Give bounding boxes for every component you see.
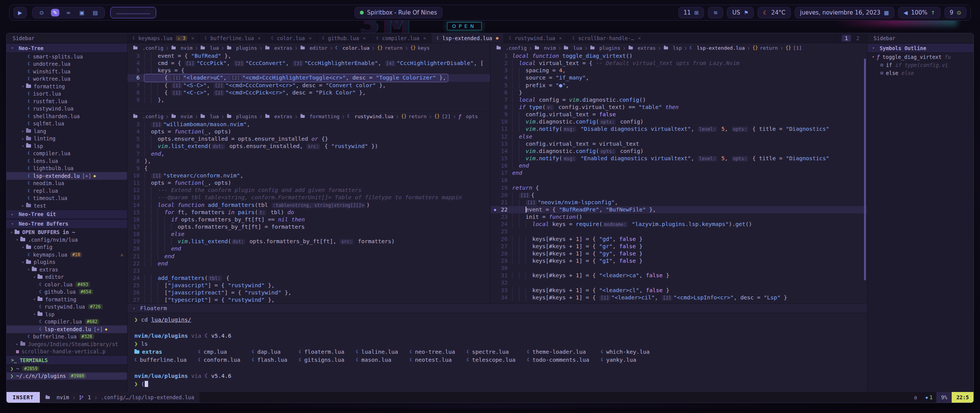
close-icon[interactable]: ×	[559, 35, 562, 41]
code-line[interactable]: 15▏ ▏ ▏ for ft, formatters in pairs(t: t…	[127, 209, 490, 216]
file-tree-item[interactable]: ☾worktree.lua	[7, 75, 127, 83]
tab-scrollbar-handle-[interactable]: ☾scrollbar-handle-…×	[567, 33, 646, 43]
close-icon[interactable]: ×	[363, 35, 366, 41]
breadcrumb-segment[interactable]: extras	[265, 45, 292, 51]
close-icon[interactable]: ×	[258, 35, 261, 41]
code-line[interactable]: 12▏ else	[491, 133, 867, 140]
breadcrumb-segment[interactable]: plugins	[227, 114, 257, 119]
code-line[interactable]: 7▏ local config = vim.diagnostic.config(…	[491, 96, 867, 104]
launcher-button[interactable]: ▶	[13, 7, 27, 18]
code-line[interactable]: 31▏ ▏ ▏ keys[#keys + 1] = { "<leader>ca"…	[491, 272, 867, 279]
code-line[interactable]: 24▏ ▏ add_formatters(tbl: {	[127, 275, 490, 282]
file-tree-item[interactable]: ☾shellharden.lua	[7, 112, 127, 120]
code-line[interactable]: 9▏ ▏ },	[127, 96, 490, 104]
breadcrumb-segment[interactable]: lua	[564, 45, 582, 51]
code-line[interactable]: 23	[127, 267, 490, 275]
code-line[interactable]: 7▏ end,	[127, 150, 490, 158]
code-line[interactable]: 6▏ }	[491, 89, 867, 96]
code-line[interactable]: 10▏ ▏ vim.diagnostic.config(opts: config…	[491, 118, 867, 125]
code-line[interactable]: 8},	[127, 158, 490, 165]
code-line[interactable]: 13▏ ▏ config.virtual_text = virtual_text	[491, 140, 867, 148]
code-line[interactable]: 18▏ ▏ ▏ ▏ else	[127, 231, 490, 238]
symbol-item[interactable]: ⊡ifif type(config.vi	[867, 61, 973, 69]
buffer-tree-item[interactable]: ▾lsp	[7, 311, 127, 318]
code-line[interactable]: 6▏ ▏ ▏ { [1]"<leader>uC", [2]"<cmd>CccHi…	[127, 74, 490, 81]
breadcrumb-segment[interactable]: {}return	[401, 114, 426, 119]
buffer-tree-item[interactable]: ▸Juegos/Indies/SteamLibrary/st	[7, 340, 127, 348]
window-title-pill[interactable]	[110, 7, 156, 18]
breadcrumb-segment[interactable]: ☾rustywind.lua	[347, 114, 394, 119]
file-tree-item[interactable]: ▸lang	[7, 127, 127, 135]
breadcrumb-segment[interactable]: {}[2]	[434, 114, 451, 119]
code-line[interactable]: 26▏ ▏ ▏ ["javascriptreact"] = { "rustywi…	[127, 289, 490, 296]
code-line[interactable]: 12▏ ▏ --- Extend the conform plugin conf…	[127, 187, 490, 194]
tabpage-2[interactable]: 2	[853, 35, 862, 42]
tab-rustywind-lua[interactable]: ☾rustywind.lua×	[504, 33, 567, 43]
terminal-item[interactable]: ❯~/.c/n/l/plugins#3980	[7, 372, 127, 380]
code-line[interactable]: 26▏ ▏ ▏ keys[#keys + 1] = { "gd", false …	[491, 236, 867, 243]
editor-pane-lsp-extended-lua[interactable]: .config❯nvim❯lua❯plugins❯extras❯lsp❯☾lsp…	[491, 43, 867, 304]
breadcrumb-segment[interactable]: lsp	[663, 45, 682, 51]
code-line[interactable]: 19▏ ▏ ▏ ▏ ▏ vim.list_extend(dst: opts.fo…	[127, 238, 490, 245]
file-tree-item[interactable]: ☾lsp-extended.lu[+]●	[7, 172, 127, 180]
code-line[interactable]: 13▏ ▏ ---@param tbl table<string, confor…	[127, 194, 490, 201]
code-line[interactable]: 22▏ ▏ end	[127, 260, 490, 267]
code-line[interactable]: 7▏ ▏ ▏ { [1]"<S-C>", [2]"<cmd>CccConvert…	[127, 82, 490, 89]
file-icon[interactable]: ▤	[91, 10, 100, 16]
code-line[interactable]: 29▏ ▏ ▏ keys[#keys + 1] = { "gI", false …	[491, 257, 867, 265]
tab-lsp-extended-lua[interactable]: ☾lsp-extended.lua●	[431, 33, 504, 43]
floaterm-header[interactable]: ▾Floaterm	[127, 304, 867, 313]
buffer-tree-item[interactable]: ☾lsp-extended.lu[+]●	[7, 325, 127, 333]
code-line[interactable]: 6▏ ▏ vim.list_extend(dst: opts.ensure_in…	[127, 143, 490, 150]
tab-bufferline-lua[interactable]: ☾bufferline.lua×	[199, 33, 266, 43]
updates-pill[interactable]: 9⊙	[944, 7, 967, 18]
neotree-git-header[interactable]: ▸Neo-Tree Git	[7, 210, 127, 219]
file-tree-item[interactable]: ▾lsp	[7, 142, 127, 150]
file-tree-item[interactable]: ☾timeout.lua	[7, 195, 127, 202]
breadcrumb-segment[interactable]: extras	[265, 114, 292, 119]
breadcrumb-segment[interactable]: nvim	[534, 45, 556, 51]
buffer-tree-item[interactable]: ☾rustywind.lua#726	[7, 303, 127, 311]
file-tree-item[interactable]: ☾isort.lua	[7, 90, 127, 98]
breadcrumb-segment[interactable]: ☾lsp-extended.lua	[689, 45, 745, 51]
code-line[interactable]: 27▏ ▏ ▏ keys[#keys + 1] = { "gr", false …	[491, 243, 867, 250]
buffer-tree-item[interactable]: ☾bufferline.lua#328	[7, 333, 127, 341]
scrollbar-handle[interactable]	[864, 59, 866, 280]
code-line[interactable]: 16▏ end	[491, 162, 867, 169]
file-tree-item[interactable]: ▸linting	[7, 135, 127, 143]
keyboard-layout-pill[interactable]: US⚑	[727, 7, 754, 18]
file-tree-item[interactable]: ☾undotree.lua	[7, 60, 127, 68]
breadcrumb-segment[interactable]: .config	[133, 114, 163, 119]
buffer-tree-item[interactable]: ▾plugins	[7, 259, 127, 266]
buffer-tree-item[interactable]: ☾github.lua#654	[7, 288, 127, 296]
file-tree-item[interactable]: ☾compiler.lua	[7, 150, 127, 158]
window-count-pill[interactable]: 11⊞	[678, 7, 704, 18]
code-line[interactable]: 32	[491, 279, 867, 286]
file-tree-item[interactable]: ☾rustfmt.lua	[7, 98, 127, 105]
code-line[interactable]: 3▏ [1]"williamboman/mason.nvim",	[127, 121, 490, 128]
breadcrumb-segment[interactable]: editor	[300, 45, 328, 51]
file-tree-item[interactable]: ▸test	[7, 202, 127, 210]
pen-icon[interactable]: ✎	[51, 9, 59, 16]
network-indicator-pill[interactable]: ≋	[708, 7, 723, 18]
code-line[interactable]: 14▏ ▏ vim.diagnostic.config(opts: config…	[491, 148, 867, 155]
code-line[interactable]: 14▏ ▏ local function add_formatters(tbl …	[127, 202, 490, 209]
buffer-tree-item[interactable]: ☾color.lua#493	[7, 281, 127, 288]
code-line[interactable]: 19return {	[491, 184, 867, 192]
clock-date-pill[interactable]: jueves, noviembre 16, 2023▦	[795, 7, 894, 18]
close-icon[interactable]: ×	[191, 35, 194, 41]
code-line[interactable]: 30	[491, 265, 867, 272]
code-line[interactable]: 34▏ ▏ ▏ keys[#keys + 1] = { [1]"<leader>…	[491, 294, 867, 301]
symbols-outline-header[interactable]: ▾Symbols Outline	[867, 43, 973, 53]
code-line[interactable]: 4▏ opts = function(_, opts)	[127, 128, 490, 135]
buffer-tree-item[interactable]: ▾config	[7, 244, 127, 251]
code-line[interactable]: 1local function toggle_diag_virtext()	[491, 52, 867, 60]
file-tree-item[interactable]: ☾lens.lua	[7, 157, 127, 165]
breadcrumb-segment[interactable]: {}keys	[410, 45, 430, 51]
tab-color-lua[interactable]: ☾color.lua×	[266, 33, 317, 43]
buffer-tree-item[interactable]: ☾keymaps.lua#10⚠	[7, 251, 127, 259]
code-line[interactable]: 27▏ ▏ ▏ ["typescript"] = { "rustywind" }…	[127, 296, 490, 304]
breadcrumb-segment[interactable]: ☾color.lua	[335, 45, 370, 51]
breadcrumb-segment[interactable]: {}[1]	[786, 45, 802, 51]
file-tree-item[interactable]: ▾formatting	[7, 83, 127, 90]
